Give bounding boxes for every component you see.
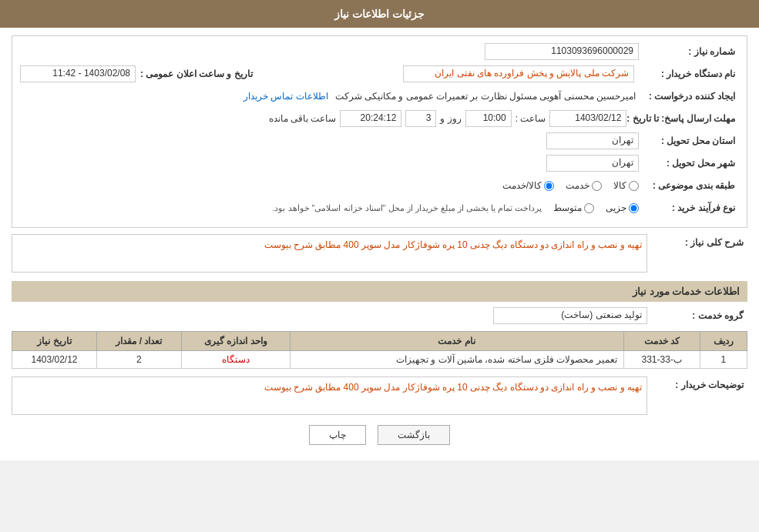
request-number-row: شماره نیاز : 1103093696000029 (20, 42, 739, 61)
response-days: 3 (405, 110, 436, 127)
creator-row: ایجاد کننده درخواست : امیرحسین محسنی آهو… (20, 87, 739, 105)
buyer-notes-row: توضیحات خریدار : document.querySelector(… (12, 376, 747, 417)
col-row-header: ردیف (700, 332, 747, 351)
category-kala-label: کالا (613, 180, 626, 191)
request-number-label: شماره نیاز : (639, 46, 739, 57)
purchase-type-row: نوع فرآیند خرید : جزیی متوسط پرداخت تمام… (20, 199, 739, 217)
col-code-header: کد خدمت (623, 332, 700, 351)
purchase-jozi-option[interactable]: جزیی (606, 202, 639, 213)
cell-unit: دستگاه (181, 351, 290, 369)
province-row: استان محل تحویل : تهران (20, 132, 739, 150)
category-kala-khedmat-label: کالا/خدمت (502, 180, 542, 191)
services-section-title: اطلاعات خدمات مورد نیاز (12, 281, 747, 302)
city-label: شهر محل تحویل : (639, 158, 739, 169)
service-group-value: تولید صنعتی (ساخت) (493, 307, 647, 324)
category-kala-radio[interactable] (629, 181, 639, 191)
buyer-name-label: نام دستگاه خریدار : (639, 69, 739, 79)
purchase-motawaset-radio[interactable] (584, 203, 594, 213)
description-row: شرح کلی نیاز : document.querySelector('[… (12, 234, 747, 275)
cell-count: 2 (96, 351, 181, 369)
response-deadline-label: مهلت ارسال پاسخ: تا تاریخ : (626, 113, 739, 124)
col-unit-header: واحد اندازه گیری (181, 332, 290, 351)
buyer-notes-label: توضیحات خریدار : (647, 376, 747, 390)
cell-row: 1 (700, 351, 747, 369)
contact-link[interactable]: اطلاعات تماس خریدار (243, 91, 328, 102)
page-title: جزئیات اطلاعات نیاز (334, 8, 425, 20)
purchase-type-label: نوع فرآیند خرید : (639, 202, 739, 213)
main-info-section: شماره نیاز : 1103093696000029 نام دستگاه… (12, 35, 747, 228)
category-row: طبقه بندی موضوعی : کالا خدمت کالا/خدمت (20, 176, 739, 195)
service-group-label: گروه خدمت : (647, 310, 747, 321)
response-remaining: 20:24:12 (340, 110, 401, 127)
cell-date: 1403/02/12 (12, 351, 97, 369)
cell-name: تعمیر محصولات فلزی ساخته شده، ماشین آلات… (290, 351, 623, 369)
response-date: 1403/02/12 (549, 110, 626, 127)
buyer-name-value: شرکت ملی پالایش و پخش فراورده های نفتی ا… (403, 65, 634, 82)
request-number-value: 1103093696000029 (485, 43, 639, 60)
description-textarea[interactable] (12, 234, 647, 273)
page-header: جزئیات اطلاعات نیاز (0, 0, 759, 28)
response-day-label: روز و (440, 113, 461, 124)
province-value: تهران (546, 132, 639, 149)
category-kala-khedmat-option[interactable]: کالا/خدمت (502, 180, 554, 191)
purchase-note: پرداخت تمام یا بخشی از مبلغ خریدار از مح… (272, 203, 542, 213)
col-date-header: تاریخ نیاز (12, 332, 97, 351)
purchase-motawaset-option[interactable]: متوسط (553, 202, 594, 213)
response-deadline-row: مهلت ارسال پاسخ: تا تاریخ : 1403/02/12 س… (20, 109, 739, 128)
cell-code: ب-33-331 (623, 351, 700, 369)
announce-datetime-label: تاریخ و ساعت اعلان عمومی : (140, 69, 257, 79)
category-kala-option[interactable]: کالا (613, 180, 639, 191)
services-table: ردیف کد خدمت نام خدمت واحد اندازه گیری ت… (12, 331, 747, 369)
print-button[interactable]: چاپ (309, 425, 366, 445)
description-label: شرح کلی نیاز : (647, 234, 747, 248)
back-button[interactable]: بازگشت (378, 425, 450, 445)
purchase-jozi-radio[interactable] (629, 203, 639, 213)
buyer-notes-textarea[interactable] (12, 376, 647, 415)
category-khedmat-radio[interactable] (592, 181, 602, 191)
col-name-header: نام خدمت (290, 332, 623, 351)
purchase-jozi-label: جزیی (606, 202, 626, 213)
province-label: استان محل تحویل : (639, 136, 739, 146)
creator-label: ایجاد کننده درخواست : (639, 91, 739, 102)
response-remaining-label: ساعت باقی مانده (269, 113, 337, 124)
service-group-row: گروه خدمت : تولید صنعتی (ساخت) (12, 306, 747, 325)
col-count-header: تعداد / مقدار (96, 332, 181, 351)
response-time-label: ساعت : (516, 113, 546, 124)
response-time: 10:00 (465, 110, 512, 127)
city-value: تهران (546, 155, 639, 172)
category-kala-khedmat-radio[interactable] (544, 181, 554, 191)
category-khedmat-option[interactable]: خدمت (566, 180, 602, 191)
button-row: بازگشت چاپ (12, 425, 747, 445)
city-row: شهر محل تحویل : تهران (20, 154, 739, 172)
category-label: طبقه بندی موضوعی : (639, 180, 739, 191)
creator-value: امیرحسین محسنی آهویی مسئول نظارت بر تعمی… (332, 89, 639, 103)
purchase-motawaset-label: متوسط (553, 202, 582, 213)
buyer-announce-row: نام دستگاه خریدار : شرکت ملی پالایش و پخ… (20, 65, 739, 83)
announce-datetime-value: 1403/02/08 - 11:42 (20, 65, 136, 82)
table-row: 1 ب-33-331 تعمیر محصولات فلزی ساخته شده،… (12, 351, 747, 369)
category-khedmat-label: خدمت (566, 180, 589, 191)
